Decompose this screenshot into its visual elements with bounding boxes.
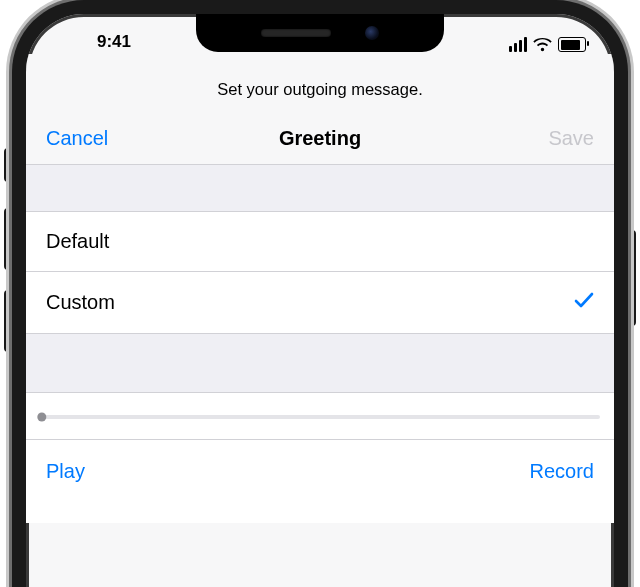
progress-track [40,415,600,419]
option-custom[interactable]: Custom [26,272,614,334]
navigation-bar: Cancel Greeting Save [26,117,614,164]
option-label: Default [46,230,109,253]
volume-up-button [4,208,12,270]
mute-switch [4,148,12,182]
screen: 9:41 Set your outgoing message. Cancel G… [26,14,614,587]
header-subtitle: Set your outgoing message. [26,54,614,117]
power-button [628,230,636,326]
cellular-signal-icon [509,37,527,52]
device-mockup: 9:41 Set your outgoing message. Cancel G… [0,0,640,587]
wifi-icon [533,38,552,52]
section-spacer [26,334,614,392]
checkmark-icon [574,290,594,315]
volume-down-button [4,290,12,352]
status-time: 9:41 [54,32,174,52]
progress-thumb[interactable] [37,413,46,422]
save-button[interactable]: Save [504,127,594,150]
header: Set your outgoing message. Cancel Greeti… [26,54,614,165]
phone-frame: 9:41 Set your outgoing message. Cancel G… [12,0,628,587]
record-button[interactable]: Record [530,460,594,483]
section-spacer [26,165,614,211]
option-label: Custom [46,291,115,314]
player-actions: Play Record [26,440,614,523]
play-button[interactable]: Play [46,460,85,483]
option-default[interactable]: Default [26,211,614,272]
page-title: Greeting [279,127,361,150]
battery-icon [558,37,586,52]
cancel-button[interactable]: Cancel [46,127,136,150]
playback-progress[interactable] [26,392,614,440]
status-indicators [466,37,586,52]
status-bar: 9:41 [26,14,614,54]
